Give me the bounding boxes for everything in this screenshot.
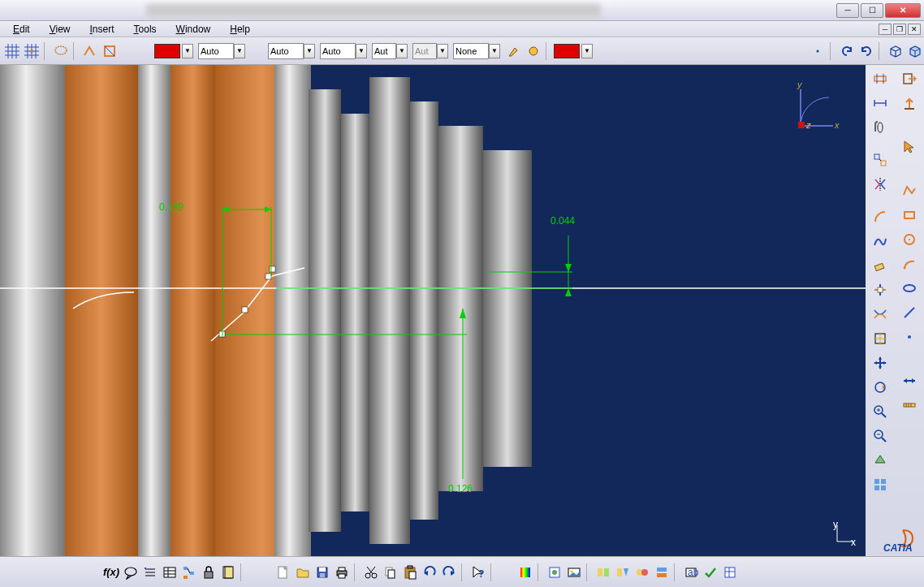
- color-dot-icon[interactable]: [525, 42, 542, 60]
- cube-wire-icon[interactable]: [887, 42, 905, 60]
- intersect-icon[interactable]: [870, 304, 891, 325]
- exit-icon[interactable]: [899, 68, 920, 89]
- grid-snap-icon[interactable]: [23, 42, 41, 60]
- line-icon[interactable]: [899, 302, 920, 323]
- combo-auto-3[interactable]: ▼: [320, 43, 367, 59]
- combo-aut-4[interactable]: ▼: [372, 43, 408, 59]
- image-icon[interactable]: [565, 563, 583, 581]
- new-icon[interactable]: [274, 563, 292, 581]
- combo-aut-5[interactable]: ▼: [412, 43, 448, 59]
- eraser-icon[interactable]: [870, 255, 891, 276]
- open-icon[interactable]: [294, 563, 312, 581]
- doc-close-button[interactable]: ✕: [908, 24, 921, 35]
- select-icon[interactable]: [899, 136, 920, 158]
- dropdown-arrow-icon[interactable]: ▼: [182, 44, 193, 58]
- material-icon[interactable]: [516, 563, 534, 581]
- combo-input-3[interactable]: [320, 43, 356, 59]
- menu-insert[interactable]: Insert: [80, 22, 124, 37]
- axis-triad[interactable]: x y z: [784, 81, 841, 138]
- pan-icon[interactable]: [870, 352, 891, 373]
- check-1-icon[interactable]: ab: [682, 563, 700, 581]
- undo-icon[interactable]: [838, 42, 856, 60]
- dropdown-arrow-icon[interactable]: ▼: [356, 44, 367, 58]
- constraint-icon[interactable]: [870, 68, 891, 89]
- table-icon[interactable]: [161, 563, 179, 581]
- export-icon[interactable]: [899, 93, 920, 114]
- profile-icon[interactable]: [899, 180, 920, 201]
- check-2-icon[interactable]: [702, 563, 719, 581]
- combo-input-4[interactable]: [372, 43, 396, 59]
- dropdown-arrow-icon[interactable]: ▼: [489, 44, 500, 58]
- dimension-icon[interactable]: [870, 93, 891, 114]
- filter-3-icon[interactable]: [633, 563, 651, 581]
- dimension-label-1[interactable]: 0.139: [159, 201, 184, 213]
- grid-icon[interactable]: [3, 42, 21, 60]
- zoom-in-icon[interactable]: [870, 401, 891, 422]
- print-icon[interactable]: [333, 563, 351, 581]
- check-3-icon[interactable]: [721, 563, 739, 581]
- doc-minimize-button[interactable]: ─: [879, 24, 892, 35]
- lock-icon[interactable]: [200, 563, 218, 581]
- dropdown-arrow-icon[interactable]: ▼: [437, 44, 448, 58]
- point-icon[interactable]: [809, 42, 827, 60]
- menu-help[interactable]: Help: [220, 22, 260, 37]
- menu-view[interactable]: View: [40, 22, 80, 37]
- redo2-icon[interactable]: [440, 563, 458, 581]
- cut-icon[interactable]: [362, 563, 380, 581]
- dropdown-arrow-icon[interactable]: ▼: [304, 44, 315, 58]
- filter-2-icon[interactable]: [614, 563, 632, 581]
- measure-icon[interactable]: [899, 395, 920, 416]
- horiz-icon[interactable]: [899, 370, 920, 391]
- minimize-button[interactable]: ─: [836, 3, 859, 18]
- tree-icon[interactable]: [180, 563, 198, 581]
- arc-icon[interactable]: [870, 206, 891, 227]
- combo-none[interactable]: ▼: [453, 43, 500, 59]
- rotate-icon[interactable]: [870, 377, 891, 398]
- point2-icon[interactable]: [899, 326, 920, 347]
- dimension-label-3[interactable]: 0.126: [448, 483, 473, 494]
- circle-icon[interactable]: [899, 229, 920, 250]
- list-icon[interactable]: [141, 563, 159, 581]
- ellipse-icon[interactable]: [899, 278, 920, 299]
- combo-input-2[interactable]: [268, 43, 304, 59]
- color-picker-2[interactable]: ▼: [554, 44, 593, 58]
- close-button[interactable]: ✕: [885, 3, 921, 18]
- cube-shade-icon[interactable]: [906, 42, 924, 60]
- combo-input-6[interactable]: [453, 43, 489, 59]
- help-icon[interactable]: ?: [469, 563, 487, 581]
- multi-view-icon[interactable]: [870, 474, 891, 495]
- redo-icon[interactable]: [857, 42, 875, 60]
- zoom-out-icon[interactable]: [870, 425, 891, 447]
- save-icon[interactable]: [313, 563, 331, 581]
- clip-icon[interactable]: [870, 117, 891, 138]
- combo-auto-2[interactable]: ▼: [268, 43, 315, 59]
- paste-icon[interactable]: [401, 563, 419, 581]
- normal-view-icon[interactable]: [870, 450, 891, 471]
- menu-edit[interactable]: Edit: [3, 22, 40, 37]
- catalog-icon[interactable]: [546, 563, 563, 581]
- filter-4-icon[interactable]: [653, 563, 671, 581]
- combo-input-1[interactable]: [198, 43, 234, 59]
- copy-icon[interactable]: [382, 563, 399, 581]
- fit-icon[interactable]: [870, 328, 891, 349]
- dimension-label-2[interactable]: 0.044: [551, 215, 575, 227]
- fx-icon[interactable]: f(x): [102, 563, 120, 581]
- spline-icon[interactable]: [870, 231, 891, 252]
- dropdown-arrow-icon[interactable]: ▼: [396, 44, 408, 58]
- sketch-tool-1-icon[interactable]: [81, 42, 99, 60]
- color-picker-1[interactable]: ▼: [154, 44, 193, 58]
- dropdown-arrow-icon[interactable]: ▼: [581, 44, 593, 58]
- brush-icon[interactable]: [505, 42, 523, 60]
- viewport[interactable]: 0.139 0.044 0.126 x y z x y: [0, 65, 866, 556]
- rectangle-icon[interactable]: [899, 205, 920, 226]
- filter-1-icon[interactable]: [594, 563, 612, 581]
- menu-tools[interactable]: Tools: [124, 22, 166, 37]
- undo2-icon[interactable]: [421, 563, 438, 581]
- combo-auto-1[interactable]: ▼: [198, 43, 245, 59]
- transform-icon[interactable]: [870, 149, 891, 170]
- trim-icon[interactable]: [870, 279, 891, 300]
- dropdown-arrow-icon[interactable]: ▼: [234, 44, 245, 58]
- arc2-icon[interactable]: [899, 253, 920, 274]
- chat-icon[interactable]: [122, 563, 140, 581]
- lasso-icon[interactable]: [52, 42, 70, 60]
